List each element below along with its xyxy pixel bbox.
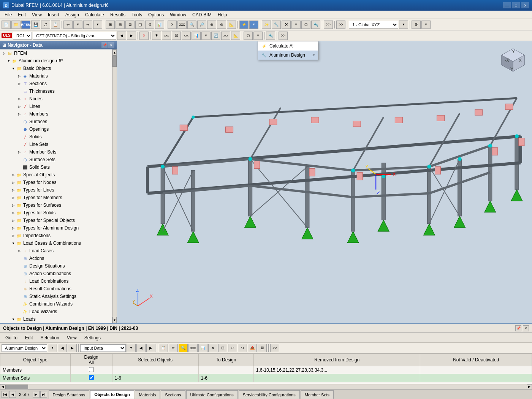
- nav-types-members[interactable]: ▷ 📁 Types for Members: [0, 194, 112, 201]
- view-arrow-btn[interactable]: ▼: [399, 21, 408, 29]
- page-pagination[interactable]: |◀ ◀ 2 of 7 ▶ ▶|: [2, 391, 47, 398]
- tb28b[interactable]: ▼: [201, 32, 211, 40]
- table-h-scrollbar[interactable]: ◀ ▶: [0, 384, 532, 389]
- tb22[interactable]: >>: [336, 21, 345, 29]
- calculate-dropdown-menu[interactable]: ⚡ Calculate All 🔧 Aluminum Design ↗: [258, 41, 318, 60]
- bt11[interactable]: 🖥: [258, 344, 267, 352]
- tb19[interactable]: ⬡: [301, 21, 310, 29]
- data-next-btn[interactable]: ▶: [146, 344, 155, 352]
- nav-load-cases-combs[interactable]: ▼ 📁 Load Cases & Combinations: [0, 239, 112, 247]
- tb4[interactable]: ⊟: [116, 21, 125, 29]
- tb26[interactable]: ☑: [172, 32, 181, 40]
- menu-window[interactable]: Window: [167, 11, 189, 19]
- data-dropdown[interactable]: Input Data: [80, 344, 126, 352]
- nav-static-analysis[interactable]: ⊞ Static Analysis Settings: [0, 293, 112, 300]
- cube-navigator[interactable]: -Y X -X Y: [498, 45, 528, 75]
- nav-load-wizards[interactable]: ✨ Load Wizards: [0, 308, 112, 315]
- nav-types-surfaces[interactable]: ▷ 📁 Types for Surfaces: [0, 201, 112, 209]
- goto-menu[interactable]: Go To: [2, 334, 21, 342]
- module-next-btn[interactable]: ▶: [68, 344, 77, 352]
- objects-table-container[interactable]: Object Type DesignAll Selected Objects T…: [0, 353, 532, 384]
- tab-ultimate-configs[interactable]: Ultimate Configurations: [186, 390, 238, 399]
- data-prev-btn[interactable]: ◀: [136, 344, 146, 352]
- print-button[interactable]: 🖨: [41, 21, 50, 29]
- rfem-button[interactable]: RFEM: [21, 21, 30, 29]
- table-row[interactable]: Members 1,6-10,15,16,21,22,27,28,33,34,3…: [0, 366, 532, 374]
- tb14[interactable]: ⊙: [217, 21, 226, 29]
- tb35[interactable]: >>: [279, 32, 288, 40]
- first-page-btn[interactable]: |◀: [2, 391, 8, 398]
- tb12[interactable]: 🔎: [197, 21, 206, 29]
- nav-surface-sets[interactable]: ⬡ Surface Sets: [0, 156, 112, 163]
- tb23[interactable]: ✕: [139, 32, 149, 40]
- nav-solid-sets[interactable]: ⬛ Solid Sets: [0, 163, 112, 171]
- view-combo[interactable]: 1 - Global XYZ: [349, 21, 398, 28]
- bt10[interactable]: 📤: [248, 344, 257, 352]
- bottom-panel-controls[interactable]: 📌 ✕: [515, 325, 529, 331]
- close-button[interactable]: ✕: [521, 2, 529, 8]
- nav-member-sets[interactable]: ▷ ⟋ Member Sets: [0, 148, 112, 156]
- tb17[interactable]: 🔧: [272, 21, 281, 29]
- menu-results[interactable]: Results: [107, 11, 128, 19]
- bt9[interactable]: ↪: [238, 344, 247, 352]
- nav-combination-wizards[interactable]: ✨ Combination Wizards: [0, 300, 112, 308]
- tab-sections[interactable]: Sections: [161, 390, 185, 399]
- maximize-button[interactable]: □: [512, 2, 520, 8]
- members-design-all-checkbox[interactable]: [89, 367, 94, 372]
- menu-view[interactable]: View: [29, 11, 45, 19]
- menu-help[interactable]: Help: [215, 11, 230, 19]
- nav-action-combinations[interactable]: ⊞ Action Combinations: [0, 270, 112, 277]
- tb8[interactable]: 📊: [155, 21, 164, 29]
- nav-scrollbar[interactable]: ▲ ▼: [112, 49, 117, 323]
- nav-loads[interactable]: ▼ 📁 Loads: [0, 315, 112, 323]
- module-combo-btn[interactable]: ▼: [48, 344, 57, 352]
- menu-tools[interactable]: Tools: [128, 11, 145, 19]
- next-lc-btn[interactable]: ▶: [127, 32, 136, 40]
- nav-types-aluminum[interactable]: ▷ 📁 Types for Aluminum Design: [0, 224, 112, 232]
- member-sets-design-all-checkbox[interactable]: [89, 375, 94, 380]
- tab-objects-to-design[interactable]: Objects to Design: [90, 390, 134, 399]
- tb3[interactable]: ⊞: [106, 21, 115, 29]
- menu-calculate[interactable]: Calculate: [82, 11, 107, 19]
- tab-materials[interactable]: Materials: [135, 390, 160, 399]
- tb7[interactable]: ⚙: [145, 21, 154, 29]
- tb30[interactable]: xxx: [221, 32, 230, 40]
- tb20[interactable]: 🔩: [311, 21, 320, 29]
- undo-button[interactable]: ↩: [63, 21, 73, 29]
- tb18[interactable]: ⚒: [282, 21, 291, 29]
- bt1[interactable]: 📋: [159, 344, 168, 352]
- tb5[interactable]: ⊠: [125, 21, 135, 29]
- nav-scroll-down-btn[interactable]: ▼: [112, 317, 117, 323]
- tb6[interactable]: ◫: [135, 21, 144, 29]
- nav-openings[interactable]: ⬟ Openings: [0, 125, 112, 133]
- bt3[interactable]: 🔍: [179, 344, 188, 352]
- nav-close-btn[interactable]: ✕: [108, 42, 114, 48]
- tb29[interactable]: 🔄: [211, 32, 220, 40]
- module-dropdown[interactable]: Aluminum Design: [2, 344, 47, 352]
- bt4[interactable]: xxx: [188, 344, 198, 352]
- nav-scroll-thumb[interactable]: [112, 55, 117, 67]
- tb13[interactable]: ⊕: [207, 21, 216, 29]
- undo-arrow-button[interactable]: ▼: [73, 21, 82, 29]
- bt5[interactable]: 📊: [198, 344, 207, 352]
- nav-surfaces[interactable]: ⬡ Surfaces: [0, 118, 112, 125]
- calculate-all-item[interactable]: ⚡ Calculate All: [258, 41, 318, 51]
- nav-controls[interactable]: 📌 ✕: [101, 42, 114, 48]
- tab-member-sets[interactable]: Member Sets: [301, 390, 334, 399]
- load-combo[interactable]: GZT (STR/GEO) - Ständig / vor...: [33, 32, 116, 40]
- nav-rfem-root[interactable]: ▷ ⊞ RFEM: [0, 49, 112, 57]
- tb21[interactable]: >>: [324, 21, 333, 29]
- tb18b[interactable]: ▼: [291, 21, 301, 29]
- nav-lines[interactable]: ▷ ╱ Lines: [0, 103, 112, 110]
- tb16[interactable]: ✨: [262, 21, 271, 29]
- nav-scroll-up-btn[interactable]: ▲: [112, 49, 117, 55]
- save-button[interactable]: 💾: [31, 21, 40, 29]
- bt8[interactable]: ↩: [228, 344, 237, 352]
- new-file-button[interactable]: 📄: [2, 21, 11, 29]
- menu-edit[interactable]: Edit: [15, 11, 29, 19]
- tb24[interactable]: 👁: [152, 32, 161, 40]
- settings-menu[interactable]: Settings: [81, 334, 104, 342]
- minimize-button[interactable]: —: [503, 2, 511, 8]
- nav-nodes[interactable]: ▷ • Nodes: [0, 95, 112, 103]
- menu-insert[interactable]: Insert: [45, 11, 62, 19]
